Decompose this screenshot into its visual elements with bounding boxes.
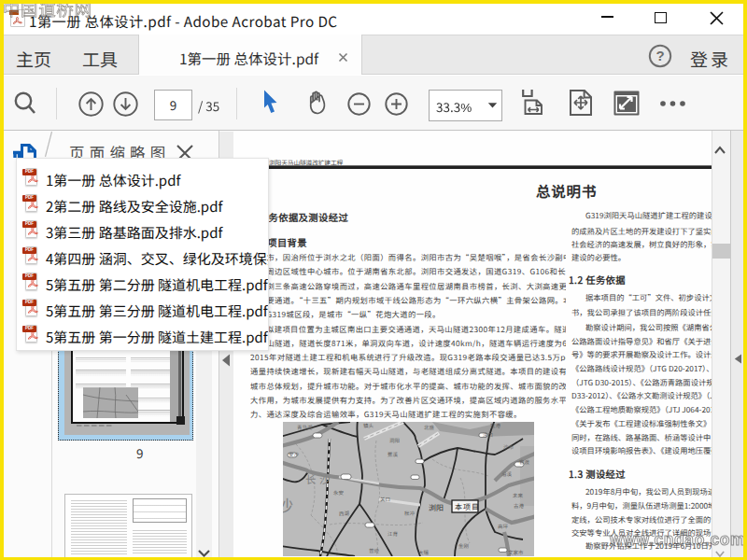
svg-text:永安: 永安 [333,489,345,497]
svg-text:江背: 江背 [388,530,399,538]
svg-text:大瑶: 大瑶 [418,549,430,556]
svg-text:长沙: 长沙 [305,471,333,486]
svg-text:枨冲: 枨冲 [404,510,416,517]
svg-text:关口: 关口 [380,496,390,503]
svg-text:高坪: 高坪 [498,523,509,530]
svg-text:北盛: 北盛 [424,424,435,431]
svg-text:淳口: 淳口 [483,431,493,439]
svg-text:青马湖: 青马湖 [297,424,313,431]
svg-text:古港: 古港 [514,502,525,510]
svg-text:未来: 未来 [513,492,524,499]
svg-text:社港: 社港 [490,422,501,429]
svg-text:蕉溪: 蕉溪 [388,451,399,458]
svg-text:金刚: 金刚 [458,542,470,550]
svg-text:沙: 沙 [283,493,293,516]
svg-text:沙市: 沙市 [503,443,514,451]
svg-text:安沙: 安沙 [289,451,300,458]
svg-text:文家市: 文家市 [508,549,524,556]
svg-text:?: ? [655,48,664,63]
svg-text:洞阳: 洞阳 [389,437,400,444]
svg-text:官渡: 官渡 [519,458,530,466]
svg-text:沿溪: 沿溪 [501,470,513,478]
svg-text:镇头: 镇头 [363,422,374,429]
svg-text:普迹: 普迹 [369,547,380,554]
svg-text:西湖: 西湖 [339,510,350,517]
svg-text:浏阳: 浏阳 [429,502,444,512]
svg-text:本项目: 本项目 [455,501,480,511]
